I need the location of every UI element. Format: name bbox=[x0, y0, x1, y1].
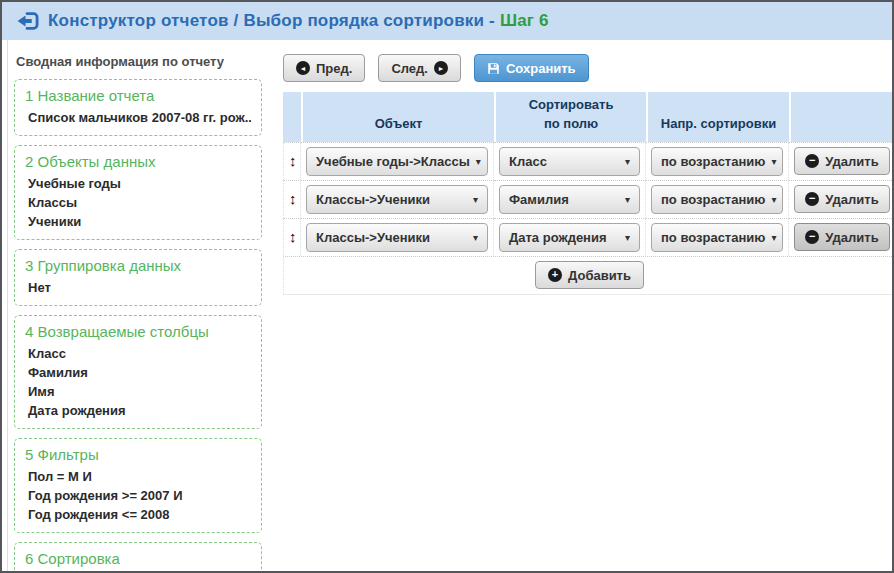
field-select[interactable]: Дата рождения ▾ bbox=[499, 223, 640, 252]
direction-select-value: по возрастанию bbox=[661, 230, 765, 245]
section-report-name: 1 Название отчета Список мальчиков 2007-… bbox=[14, 79, 262, 136]
section-item: Нет bbox=[25, 278, 251, 297]
save-icon bbox=[487, 62, 500, 75]
section-item: Имя bbox=[25, 382, 251, 401]
table-row: ↕ Классы->Ученики ▾ Фамилия ▾ bbox=[283, 180, 894, 218]
section-heading: 6 Сортировка bbox=[25, 550, 251, 567]
section-item: Классы bbox=[25, 193, 251, 212]
caret-down-icon: ▾ bbox=[476, 156, 481, 167]
prev-step-button[interactable]: ◄ Пред. bbox=[283, 54, 365, 82]
circle-minus-icon: − bbox=[805, 192, 819, 206]
table-row: ↕ Классы->Ученики ▾ Дата рождения ▾ bbox=[283, 218, 894, 256]
circle-minus-icon: − bbox=[805, 230, 819, 244]
direction-select-value: по возрастанию bbox=[661, 154, 765, 169]
field-select[interactable]: Класс ▾ bbox=[499, 147, 640, 176]
field-select[interactable]: Фамилия ▾ bbox=[499, 185, 640, 214]
delete-row-button[interactable]: − Удалить bbox=[794, 185, 889, 213]
field-select-value: Дата рождения bbox=[509, 230, 607, 245]
section-item: Учебные годы bbox=[25, 174, 251, 193]
breadcrumb: Конструктор отчетов / Выбор порядка сорт… bbox=[48, 11, 500, 30]
exit-left-arrow-icon bbox=[15, 11, 39, 31]
object-select-value: Классы->Ученики bbox=[316, 192, 430, 207]
section-heading: 2 Объекты данных bbox=[25, 153, 251, 170]
caret-down-icon: ▾ bbox=[473, 194, 478, 205]
add-label: Добавить bbox=[568, 268, 631, 283]
section-item: Год рождения >= 2007 И bbox=[25, 486, 251, 505]
object-select[interactable]: Классы->Ученики ▾ bbox=[306, 185, 488, 214]
section-item: Дата рождения bbox=[25, 401, 251, 420]
section-grouping: 3 Группировка данных Нет bbox=[14, 249, 262, 306]
left-gutter-line bbox=[7, 40, 8, 571]
save-button[interactable]: Сохранить bbox=[474, 54, 589, 82]
prev-step-label: Пред. bbox=[316, 61, 352, 76]
caret-down-icon: ▾ bbox=[473, 232, 478, 243]
delete-label: Удалить bbox=[825, 192, 878, 207]
delete-row-button[interactable]: − Удалить bbox=[794, 147, 889, 175]
object-select[interactable]: Классы->Ученики ▾ bbox=[306, 223, 488, 252]
object-column-header: Объект bbox=[301, 92, 494, 142]
section-returned-columns: 4 Возвращаемые столбцы Класс Фамилия Имя… bbox=[14, 315, 262, 429]
drag-handle-icon[interactable]: ↕ bbox=[289, 190, 297, 207]
field-select-value: Класс bbox=[509, 154, 547, 169]
section-item: Год рождения <= 2008 bbox=[25, 505, 251, 524]
report-summary-sidebar: Сводная информация по отчету 1 Название … bbox=[2, 40, 272, 573]
table-row: ↕ Учебные годы->Классы ▾ Класс ▾ bbox=[283, 142, 894, 180]
object-select-value: Классы->Ученики bbox=[316, 230, 430, 245]
section-sorting: 6 Сортировка Нет bbox=[14, 542, 262, 573]
section-heading: 4 Возвращаемые столбцы bbox=[25, 323, 251, 340]
section-item: Ученики bbox=[25, 212, 251, 231]
object-select[interactable]: Учебные годы->Классы ▾ bbox=[306, 147, 488, 176]
caret-down-icon: ▾ bbox=[625, 194, 630, 205]
section-filters: 5 Фильтры Пол = М И Год рождения >= 2007… bbox=[14, 438, 262, 533]
section-heading: 1 Название отчета bbox=[25, 87, 251, 104]
direction-column-header: Напр. сортировки bbox=[646, 92, 789, 142]
caret-down-icon: ▾ bbox=[771, 156, 776, 167]
drag-handle-icon[interactable]: ↕ bbox=[289, 228, 297, 245]
sort-order-table: Объект Сортировать по полю Напр. сортиро… bbox=[283, 92, 894, 295]
object-select-value: Учебные годы->Классы bbox=[316, 154, 470, 169]
direction-select-value: по возрастанию bbox=[661, 192, 765, 207]
section-item: Фамилия bbox=[25, 363, 251, 382]
section-heading: 5 Фильтры bbox=[25, 446, 251, 463]
title-bar: Конструктор отчетов / Выбор порядка сорт… bbox=[2, 2, 892, 40]
field-column-header: Сортировать по полю bbox=[494, 92, 646, 142]
direction-select[interactable]: по возрастанию ▾ bbox=[651, 223, 783, 252]
section-data-objects: 2 Объекты данных Учебные годы Классы Уче… bbox=[14, 145, 262, 240]
caret-down-icon: ▾ bbox=[625, 156, 630, 167]
sidebar-title: Сводная информация по отчету bbox=[16, 54, 262, 69]
section-item: Пол = М И bbox=[25, 467, 251, 486]
circle-minus-icon: − bbox=[805, 154, 819, 168]
drag-handle-icon[interactable]: ↕ bbox=[289, 152, 297, 169]
section-heading: 3 Группировка данных bbox=[25, 257, 251, 274]
back-button[interactable] bbox=[15, 11, 39, 31]
save-label: Сохранить bbox=[506, 61, 576, 76]
circle-arrow-left-icon: ◄ bbox=[296, 61, 310, 75]
caret-down-icon: ▾ bbox=[771, 232, 776, 243]
delete-label: Удалить bbox=[825, 154, 878, 169]
circle-plus-icon: + bbox=[548, 268, 562, 282]
delete-row-button[interactable]: − Удалить bbox=[794, 223, 889, 251]
delete-label: Удалить bbox=[825, 230, 878, 245]
page-title: Конструктор отчетов / Выбор порядка сорт… bbox=[48, 11, 549, 31]
table-header-row: Объект Сортировать по полю Напр. сортиро… bbox=[283, 92, 894, 142]
section-item: Класс bbox=[25, 344, 251, 363]
caret-down-icon: ▾ bbox=[625, 232, 630, 243]
add-row-button[interactable]: + Добавить bbox=[535, 261, 644, 289]
section-item: Список мальчиков 2007-08 гг. рож... bbox=[25, 108, 251, 127]
add-row: + Добавить bbox=[283, 256, 894, 294]
next-step-label: След. bbox=[391, 61, 428, 76]
main-content: ◄ Пред. След. ► Сохранить bbox=[272, 40, 894, 295]
circle-arrow-right-icon: ► bbox=[434, 61, 448, 75]
direction-select[interactable]: по возрастанию ▾ bbox=[651, 147, 783, 176]
drag-column-header bbox=[283, 92, 301, 142]
direction-select[interactable]: по возрастанию ▾ bbox=[651, 185, 783, 214]
next-step-button[interactable]: След. ► bbox=[378, 54, 461, 82]
wizard-toolbar: ◄ Пред. След. ► Сохранить bbox=[283, 54, 894, 82]
actions-column-header bbox=[789, 92, 894, 142]
step-indicator: Шаг 6 bbox=[500, 11, 549, 30]
field-select-value: Фамилия bbox=[509, 192, 569, 207]
caret-down-icon: ▾ bbox=[771, 194, 776, 205]
